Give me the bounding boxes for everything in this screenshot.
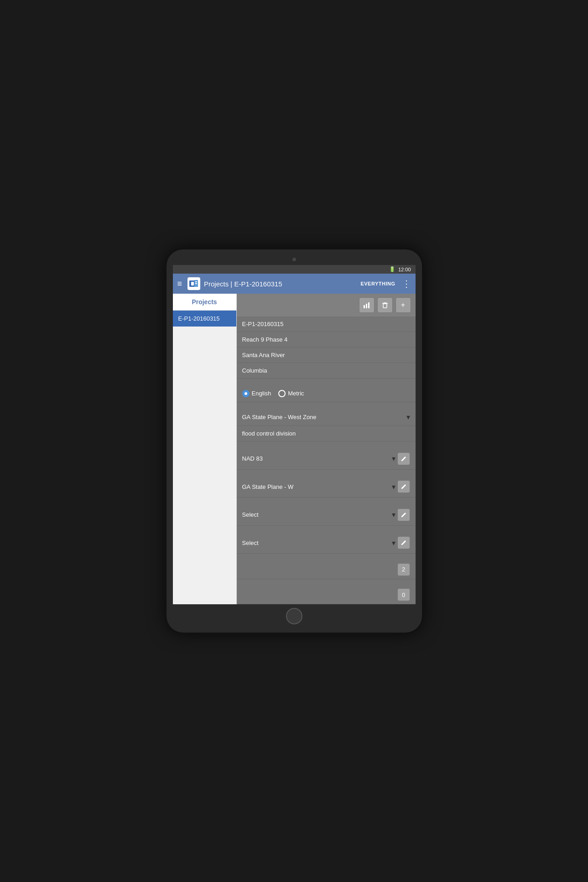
- radio-english-label: English: [252, 390, 271, 397]
- number2-button[interactable]: 0: [397, 588, 410, 601]
- plane-value: GA State Plane - W: [242, 483, 294, 490]
- home-button[interactable]: [286, 608, 302, 624]
- tablet-camera: [292, 258, 296, 261]
- radio-metric[interactable]: Metric: [278, 390, 304, 397]
- coordinate-dropdown-arrow: ▾: [406, 413, 410, 421]
- number2-row: 0: [237, 586, 416, 604]
- svg-rect-5: [364, 305, 365, 308]
- number1-row: 2: [237, 560, 416, 579]
- spacer8: [237, 579, 416, 586]
- coordinate-value: GA State Plane - West Zone: [242, 414, 317, 420]
- radio-english-circle: [242, 390, 250, 397]
- spacer7: [237, 554, 416, 560]
- clock: 12:00: [398, 267, 411, 272]
- toolbar-row: +: [237, 294, 416, 316]
- flood-division-value: flood control division: [242, 430, 296, 437]
- datum-edit-button[interactable]: [397, 452, 410, 465]
- datum-dropdown-arrow: ▾: [392, 454, 395, 463]
- unit-radio-group: English Metric: [237, 385, 416, 402]
- plane-dropdown-arrow: ▾: [392, 483, 395, 491]
- project-id-value: E-P1-20160315: [242, 321, 284, 327]
- app-logo: [187, 277, 200, 290]
- app-title: Projects | E-P1-20160315: [204, 280, 357, 288]
- flood-division-field: flood control division: [237, 426, 416, 441]
- coordinate-dropdown[interactable]: GA State Plane - West Zone ▾: [237, 409, 416, 426]
- spacer2: [237, 402, 416, 409]
- division-value: Columbia: [242, 367, 267, 374]
- spacer1: [237, 379, 416, 385]
- tablet-screen: 🔋 12:00 ≡ Projects | E-P1-20160315 EVERY…: [173, 265, 416, 604]
- plane-field: GA State Plane - W ▾: [237, 476, 416, 498]
- sidebar-header: Projects: [173, 294, 236, 311]
- division-field: Columbia: [237, 363, 416, 379]
- datum-value: NAD 83: [242, 455, 263, 462]
- spacer3: [237, 441, 416, 448]
- everything-label: EVERYTHING: [360, 281, 395, 286]
- add-button[interactable]: +: [395, 297, 411, 313]
- svg-rect-3: [195, 281, 197, 282]
- sidebar: Projects E-P1-20160315: [173, 294, 237, 604]
- reach-field: Reach 9 Phase 4: [237, 332, 416, 348]
- river-field: Santa Ana River: [237, 348, 416, 363]
- radio-metric-label: Metric: [288, 390, 304, 397]
- svg-rect-6: [366, 304, 367, 308]
- select1-value: Select: [242, 511, 259, 518]
- more-options-button[interactable]: ⋮: [402, 278, 411, 289]
- svg-rect-8: [383, 304, 387, 308]
- status-bar: 🔋 12:00: [173, 265, 416, 274]
- chart-button[interactable]: [359, 297, 375, 313]
- radio-metric-circle: [278, 390, 286, 397]
- svg-rect-1: [191, 282, 194, 285]
- spacer4: [237, 470, 416, 477]
- select2-edit-button[interactable]: [397, 536, 410, 549]
- spacer6: [237, 526, 416, 533]
- add-icon: +: [401, 301, 405, 309]
- select2-field: Select ▾: [237, 532, 416, 554]
- plane-edit-button[interactable]: [397, 480, 410, 493]
- datum-field: NAD 83 ▾: [237, 448, 416, 470]
- content-panel: + E-P1-20160315 Reach 9 Phase 4 Santa An…: [237, 294, 416, 604]
- hamburger-button[interactable]: ≡: [177, 279, 182, 289]
- reach-value: Reach 9 Phase 4: [242, 336, 288, 343]
- tablet-device: 🔋 12:00 ≡ Projects | E-P1-20160315 EVERY…: [167, 249, 422, 633]
- svg-rect-7: [368, 302, 369, 308]
- radio-english[interactable]: English: [242, 390, 271, 397]
- select1-field: Select ▾: [237, 504, 416, 526]
- sidebar-item-project[interactable]: E-P1-20160315: [173, 311, 236, 327]
- select2-value: Select: [242, 540, 259, 546]
- battery-icon: 🔋: [389, 266, 395, 272]
- spacer5: [237, 498, 416, 504]
- select2-dropdown-arrow: ▾: [392, 539, 395, 547]
- project-id-field: E-P1-20160315: [237, 316, 416, 332]
- main-area: Projects E-P1-20160315: [173, 294, 416, 604]
- number1-button[interactable]: 2: [397, 563, 410, 576]
- select1-edit-button[interactable]: [397, 508, 410, 521]
- svg-rect-4: [195, 283, 197, 284]
- delete-button[interactable]: [377, 297, 393, 313]
- select1-dropdown-arrow: ▾: [392, 510, 395, 519]
- app-bar: ≡ Projects | E-P1-20160315 EVERYTHING ⋮: [173, 274, 416, 294]
- river-value: Santa Ana River: [242, 352, 285, 358]
